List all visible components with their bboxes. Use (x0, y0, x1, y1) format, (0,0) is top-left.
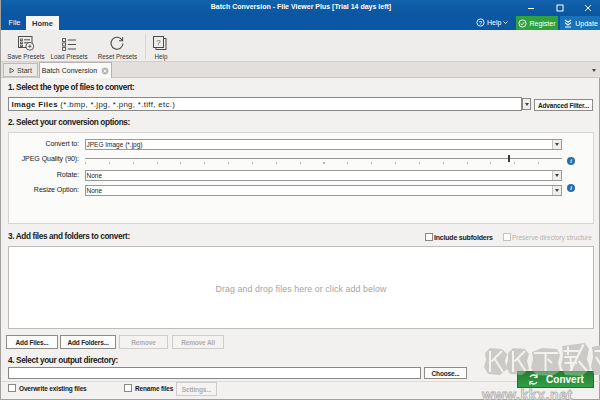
svg-text:?: ? (479, 20, 483, 26)
svg-text:?: ? (156, 38, 161, 47)
